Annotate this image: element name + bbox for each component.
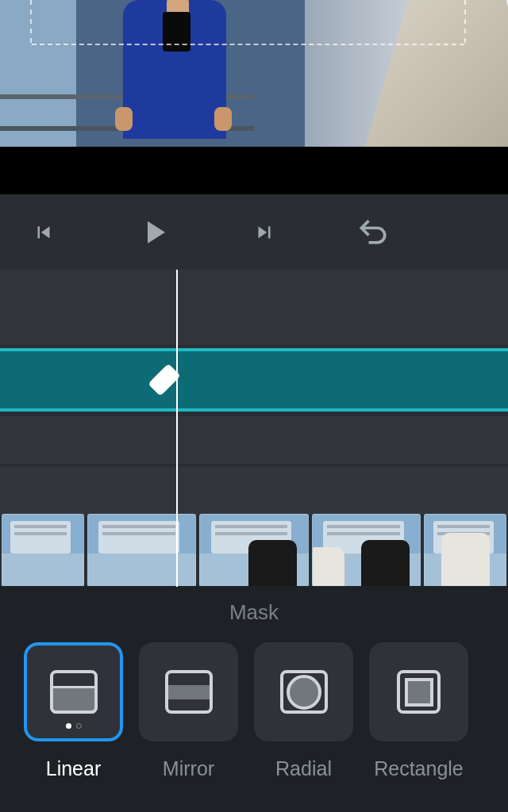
mask-option-label: Linear (46, 757, 102, 780)
timeline[interactable] (0, 270, 508, 587)
page-indicator (66, 723, 82, 729)
linear-mask-icon (50, 670, 98, 714)
mask-panel: Mask Linear Mirror Radial (0, 586, 508, 812)
playhead[interactable] (176, 270, 178, 587)
mask-option-linear[interactable]: Linear (24, 642, 123, 780)
clip-thumbnail[interactable] (2, 514, 84, 587)
keyframe-marker-icon[interactable] (150, 366, 178, 393)
next-frame-button[interactable] (252, 220, 276, 244)
timeline-track-selected[interactable] (0, 348, 508, 412)
radial-mask-icon (280, 670, 328, 714)
mask-option-rectangle[interactable]: Rectangle (369, 642, 468, 780)
rectangle-mask-icon (397, 670, 441, 714)
timeline-track[interactable] (0, 270, 508, 345)
panel-title: Mask (0, 586, 508, 642)
mirror-mask-icon (165, 670, 213, 714)
mask-option-label: Rectangle (374, 757, 464, 780)
preview-subject (107, 0, 238, 139)
clip-thumbnail[interactable] (87, 514, 197, 587)
mask-options-row: Linear Mirror Radial Rectangle (0, 642, 508, 780)
undo-button[interactable] (356, 215, 391, 250)
clip-thumbnail[interactable] (424, 514, 506, 587)
video-preview[interactable] (0, 0, 508, 194)
clip-thumbnail[interactable] (312, 514, 421, 587)
playback-controls (0, 194, 508, 270)
crop-guide (32, 44, 464, 45)
timeline-track[interactable] (0, 416, 508, 464)
mask-option-radial[interactable]: Radial (254, 642, 353, 780)
previous-frame-button[interactable] (32, 220, 56, 244)
mask-option-label: Mirror (163, 757, 214, 780)
mask-option-mirror[interactable]: Mirror (139, 642, 238, 780)
thumbnail-strip[interactable] (0, 514, 508, 587)
timeline-track[interactable] (0, 467, 508, 515)
mask-option-label: Radial (275, 757, 332, 780)
play-button[interactable] (135, 213, 173, 251)
clip-thumbnail[interactable] (199, 514, 309, 587)
